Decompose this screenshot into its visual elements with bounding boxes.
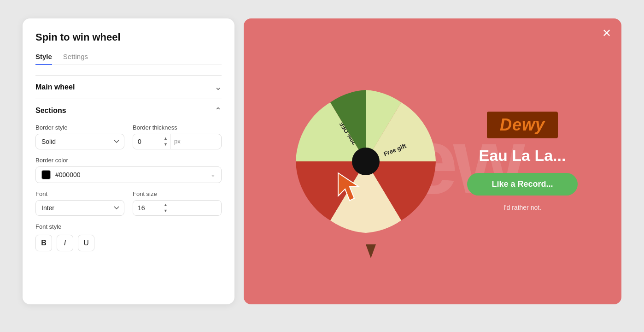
panel-title: Spin to win wheel: [35, 31, 222, 43]
wheel-svg: Free gift Holiday Gift 25% off 3% CashBa…: [287, 83, 444, 240]
decline-link[interactable]: I'd rather not.: [503, 204, 541, 211]
border-thickness-input-wrap: ▲ ▼ px: [133, 134, 222, 149]
right-info: Dewy Eau La La... Like a Record... I'd r…: [467, 112, 578, 211]
close-button[interactable]: ✕: [602, 27, 611, 40]
border-color-picker[interactable]: #000000 ⌄: [35, 166, 222, 183]
font-size-down-button[interactable]: ▼: [161, 208, 170, 214]
border-style-select[interactable]: Solid Dashed Dotted None: [35, 134, 124, 149]
wheel-container: Free gift Holiday Gift 25% off 3% CashBa…: [287, 83, 444, 240]
spin-button[interactable]: Like a Record...: [467, 173, 578, 196]
tab-style[interactable]: Style: [35, 53, 52, 65]
tab-settings[interactable]: Settings: [63, 53, 88, 65]
border-row: Border style Solid Dashed Dotted None Bo…: [35, 124, 222, 149]
border-thickness-spinners: ▲ ▼: [161, 136, 170, 148]
border-style-group: Border style Solid Dashed Dotted None: [35, 124, 124, 149]
font-row: Font Inter Arial Georgia Roboto Font siz…: [35, 190, 222, 216]
pointer-shape: [366, 244, 376, 258]
border-thickness-group: Border thickness ▲ ▼ px: [133, 124, 222, 149]
thickness-down-button[interactable]: ▼: [161, 142, 170, 148]
brand-logo: Dewy: [487, 112, 558, 138]
preview-content: Free gift Holiday Gift 25% off 3% CashBa…: [244, 83, 621, 240]
popup-headline: Eau La La...: [479, 147, 566, 165]
sections-chevron-icon: ⌃: [215, 106, 222, 116]
border-style-label: Border style: [35, 124, 124, 131]
main-wheel-chevron-icon: ⌄: [215, 82, 222, 92]
font-group: Font Inter Arial Georgia Roboto: [35, 190, 124, 216]
main-wheel-label: Main wheel: [35, 83, 75, 91]
font-style-group: Font style B I U: [35, 223, 222, 251]
sections-label: Sections: [35, 107, 66, 115]
font-style-label: Font style: [35, 223, 222, 230]
brand-name: Dewy: [500, 115, 545, 134]
border-color-value: #000000: [55, 171, 81, 178]
font-size-input-wrap: ▲ ▼: [133, 200, 222, 216]
tabs: Style Settings: [35, 53, 222, 65]
thickness-up-button[interactable]: ▲: [161, 136, 170, 142]
font-size-label: Font size: [133, 190, 222, 197]
font-label: Font: [35, 190, 124, 197]
color-chevron-icon: ⌄: [211, 171, 216, 178]
font-size-spinners: ▲ ▼: [161, 202, 170, 214]
border-color-group: Border color #000000 ⌄: [35, 157, 222, 183]
font-style-buttons: B I U: [35, 235, 222, 251]
underline-button[interactable]: U: [78, 235, 94, 251]
border-color-label: Border color: [35, 157, 222, 164]
preview-panel: Dew ✕ Free gift Holiday Gift: [244, 18, 621, 304]
px-label: px: [170, 134, 184, 149]
bold-button[interactable]: B: [35, 235, 52, 251]
border-color-swatch: [41, 170, 51, 179]
font-size-group: Font size ▲ ▼: [133, 190, 222, 216]
main-wheel-section[interactable]: Main wheel ⌄: [35, 75, 222, 99]
italic-button[interactable]: I: [57, 235, 73, 251]
font-size-up-button[interactable]: ▲: [161, 202, 170, 208]
sections-content: Border style Solid Dashed Dotted None Bo…: [35, 119, 222, 251]
font-size-input[interactable]: [133, 201, 161, 215]
sections-header[interactable]: Sections ⌃: [35, 99, 222, 119]
border-thickness-label: Border thickness: [133, 124, 222, 131]
border-thickness-input[interactable]: [133, 134, 161, 149]
font-select[interactable]: Inter Arial Georgia Roboto: [35, 200, 124, 216]
settings-panel: Spin to win wheel Style Settings Main wh…: [23, 18, 234, 304]
wheel-center: [352, 148, 380, 175]
